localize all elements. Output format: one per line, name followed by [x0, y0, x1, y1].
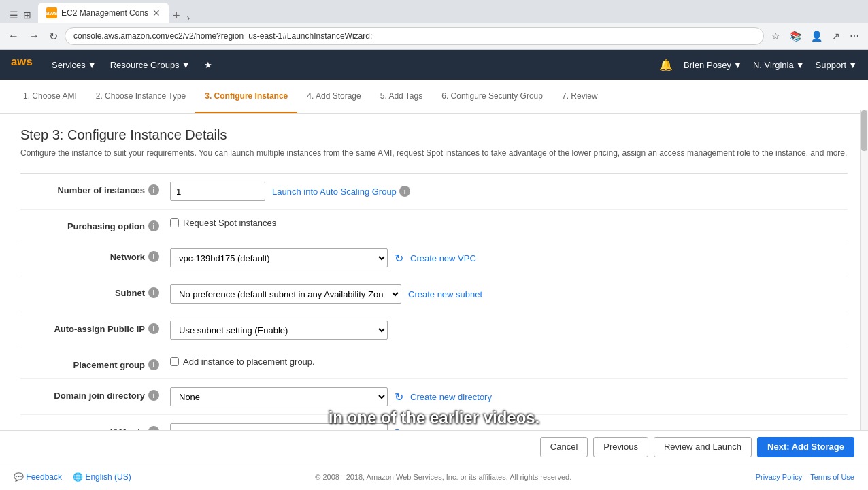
create-new-subnet-link[interactable]: Create new subnet — [408, 289, 482, 299]
subnet-controls: No preference (default subnet in any Ava… — [170, 284, 848, 304]
placement-group-label: Placement group i — [20, 357, 170, 370]
number-of-instances-info-icon[interactable]: i — [148, 184, 159, 195]
auto-assign-ip-select[interactable]: Use subnet setting (Enable) — [170, 321, 388, 340]
configure-instance-form: Number of instances i Launch into Auto S… — [20, 173, 848, 439]
create-new-vpc-link[interactable]: Create new VPC — [410, 253, 476, 263]
notifications-bell-icon[interactable]: 🔔 — [659, 59, 673, 71]
back-button[interactable]: ← — [5, 29, 22, 44]
feedback-link[interactable]: 💬 Feedback — [14, 472, 62, 482]
cancel-button[interactable]: Cancel — [540, 437, 588, 457]
browser-tab[interactable]: aws EC2 Management Cons ✕ — [38, 3, 169, 23]
page-description: Configure the instance to suit your requ… — [20, 147, 848, 159]
scrollbar[interactable] — [860, 110, 868, 430]
subnet-select[interactable]: No preference (default subnet in any Ava… — [170, 284, 401, 304]
privacy-policy-link[interactable]: Privacy Policy — [756, 473, 802, 481]
step-3-configure-instance[interactable]: 3. Configure Instance — [195, 80, 297, 113]
create-new-directory-link[interactable]: Create new directory — [410, 392, 492, 402]
domain-join-refresh-icon[interactable]: ↻ — [395, 391, 403, 404]
grid-icon[interactable]: ⊞ — [22, 10, 33, 20]
network-select[interactable]: vpc-139bd175 (default) — [170, 248, 388, 267]
domain-join-info-icon[interactable]: i — [148, 390, 159, 401]
domain-join-directory-label: Domain join directory i — [20, 387, 170, 401]
step-1-choose-ami[interactable]: 1. Choose AMI — [14, 80, 86, 113]
step-2-choose-instance-type[interactable]: 2. Choose Instance Type — [86, 80, 196, 113]
footer-bar: 💬 Feedback 🌐 English (US) © 2008 - 2018,… — [0, 463, 868, 490]
auto-assign-ip-row: Auto-assign Public IP i Use subnet setti… — [20, 312, 848, 348]
services-chevron-icon: ▼ — [88, 60, 97, 70]
browser-chrome: ☰ ⊞ aws EC2 Management Cons ✕ + › ← → ↻ … — [0, 0, 868, 50]
step-7-review[interactable]: 7. Review — [552, 80, 607, 113]
placement-group-checkbox-label[interactable]: Add instance to placement group. — [170, 357, 315, 367]
number-of-instances-input[interactable] — [170, 182, 265, 201]
launch-auto-scaling-link[interactable]: Launch into Auto Scaling Group i — [272, 186, 410, 197]
step-4-add-storage[interactable]: 4. Add Storage — [297, 80, 370, 113]
network-row: Network i vpc-139bd175 (default) ↻ Creat… — [20, 240, 848, 276]
language-link[interactable]: 🌐 English (US) — [73, 472, 131, 482]
resource-groups-chevron-icon: ▼ — [182, 60, 190, 70]
bookmark-button[interactable]: ☆ — [768, 29, 784, 43]
region-menu[interactable]: N. Virginia ▼ — [753, 60, 805, 70]
feedback-icon: 💬 — [14, 472, 24, 482]
purchasing-option-row: Purchasing option i Request Spot instanc… — [20, 210, 848, 240]
placement-group-info-icon[interactable]: i — [148, 359, 159, 370]
account-button[interactable]: 👤 — [807, 29, 826, 43]
user-menu[interactable]: Brien Posey ▼ — [684, 60, 742, 70]
number-of-instances-label: Number of instances i — [20, 182, 170, 195]
main-content: Step 3: Configure Instance Details Confi… — [0, 114, 868, 439]
page-title: Step 3: Configure Instance Details — [20, 127, 848, 143]
globe-icon: 🌐 — [73, 472, 83, 482]
share-button[interactable]: ↗ — [829, 29, 844, 43]
domain-join-select[interactable]: None — [170, 387, 388, 406]
placement-group-checkbox[interactable] — [170, 357, 179, 366]
step-6-configure-security-group[interactable]: 6. Configure Security Group — [432, 80, 552, 113]
network-info-icon[interactable]: i — [148, 251, 159, 262]
address-bar: ← → ↻ ☆ 📚 👤 ↗ ⋯ — [0, 23, 868, 49]
auto-assign-ip-label: Auto-assign Public IP i — [20, 321, 170, 334]
review-and-launch-button[interactable]: Review and Launch — [654, 437, 752, 457]
address-input[interactable] — [65, 27, 764, 45]
network-controls: vpc-139bd175 (default) ↻ Create new VPC — [170, 248, 848, 267]
tab-close-button[interactable]: ✕ — [152, 7, 161, 18]
placement-group-controls: Add instance to placement group. — [170, 357, 848, 367]
footer-copyright: © 2008 - 2018, Amazon Web Services, Inc.… — [315, 473, 571, 481]
svg-text:aws: aws — [11, 56, 33, 68]
aws-navbar: aws Services ▼ Resource Groups ▼ ★ 🔔 Bri… — [0, 50, 868, 80]
scrollbar-thumb[interactable] — [861, 110, 867, 151]
previous-button[interactable]: Previous — [593, 437, 648, 457]
purchasing-option-controls: Request Spot instances — [170, 218, 848, 228]
new-tab-button[interactable]: + — [169, 9, 184, 23]
tab-title: EC2 Management Cons — [61, 8, 148, 18]
support-chevron-icon: ▼ — [848, 60, 857, 70]
services-menu[interactable]: Services ▼ — [52, 60, 97, 70]
forward-button[interactable]: → — [26, 29, 42, 44]
step-5-add-tags[interactable]: 5. Add Tags — [371, 80, 433, 113]
purchasing-option-info-icon[interactable]: i — [148, 220, 159, 231]
network-refresh-icon[interactable]: ↻ — [395, 252, 403, 265]
domain-join-directory-row: Domain join directory i None ↻ Create ne… — [20, 379, 848, 415]
domain-join-controls: None ↻ Create new directory — [170, 387, 848, 406]
tab-favicon: aws — [46, 7, 57, 18]
tab-bar: ☰ ⊞ aws EC2 Management Cons ✕ + › — [0, 0, 868, 23]
support-menu[interactable]: Support ▼ — [816, 60, 857, 70]
resource-groups-menu[interactable]: Resource Groups ▼ — [110, 60, 190, 70]
reload-button[interactable]: ↻ — [46, 29, 61, 44]
tab-arrow-button[interactable]: › — [184, 12, 193, 23]
request-spot-instances-checkbox-label[interactable]: Request Spot instances — [170, 218, 276, 228]
launch-auto-scaling-info-icon[interactable]: i — [399, 186, 410, 197]
auto-assign-ip-controls: Use subnet setting (Enable) — [170, 321, 848, 340]
pin-icon[interactable]: ★ — [204, 60, 212, 70]
more-button[interactable]: ⋯ — [846, 29, 863, 43]
purchasing-option-label: Purchasing option i — [20, 218, 170, 231]
number-of-instances-controls: Launch into Auto Scaling Group i — [170, 182, 848, 201]
bookmarks-bar-button[interactable]: 📚 — [786, 29, 805, 43]
nav-right: 🔔 Brien Posey ▼ N. Virginia ▼ Support ▼ — [659, 59, 857, 71]
region-chevron-icon: ▼ — [796, 60, 805, 70]
footer-left: 💬 Feedback 🌐 English (US) — [14, 472, 131, 482]
back-icon[interactable]: ☰ — [8, 10, 19, 20]
aws-logo: aws — [11, 56, 33, 74]
auto-assign-ip-info-icon[interactable]: i — [148, 323, 159, 334]
request-spot-instances-checkbox[interactable] — [170, 218, 179, 227]
subnet-info-icon[interactable]: i — [148, 287, 159, 298]
next-add-storage-button[interactable]: Next: Add Storage — [757, 437, 854, 457]
terms-of-use-link[interactable]: Terms of Use — [810, 473, 854, 481]
